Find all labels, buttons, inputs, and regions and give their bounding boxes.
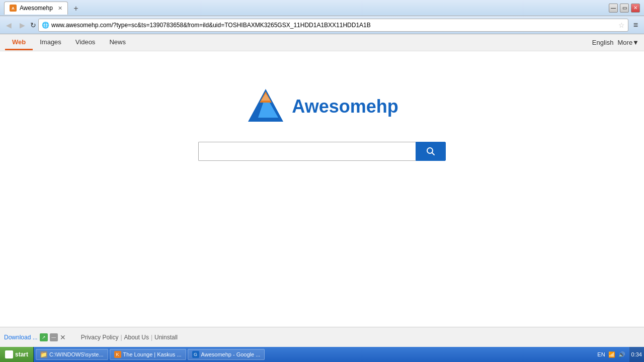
taskbar-item-label-1: C:\WINDOWS\syste...	[49, 351, 104, 357]
privacy-policy-link[interactable]: Privacy Policy	[81, 334, 119, 341]
uninstall-link[interactable]: Uninstall	[154, 334, 178, 341]
tab-web[interactable]: Web	[5, 35, 33, 50]
close-button[interactable]: ✕	[631, 4, 640, 13]
forward-button[interactable]: ▶	[17, 20, 28, 30]
download-bar: Download ... ↗ — ✕ Privacy Policy | Abou…	[0, 327, 644, 347]
windows-icon	[5, 350, 13, 358]
about-us-link[interactable]: About Us	[124, 334, 149, 341]
download-expand-icon[interactable]: ↗	[40, 333, 48, 341]
search-box-container	[198, 142, 446, 161]
search-tabs-bar: Web Images Videos News English More▼	[0, 34, 644, 51]
logo-container: Awesomehp	[246, 86, 398, 127]
taskbar-item-chrome[interactable]: G Awesomehp - Google ...	[188, 349, 265, 360]
navigation-bar: ◀ ▶ ↻ 🌐 ☆ ≡	[0, 16, 644, 34]
download-filename[interactable]: Download ...	[4, 334, 38, 341]
tab-title: Awesomehp	[20, 5, 53, 12]
minimize-button[interactable]: —	[609, 4, 618, 13]
main-content: Awesomehp	[0, 51, 644, 161]
tab-bar: A Awesomehp ✕ +	[4, 2, 605, 15]
restore-button[interactable]: ▭	[620, 4, 629, 13]
clock-time: 0:34	[631, 351, 642, 358]
tab-favicon: A	[10, 5, 17, 12]
browser-tab[interactable]: A Awesomehp ✕	[4, 2, 68, 15]
window-controls: — ▭ ✕	[609, 4, 640, 13]
taskbar-system-tray: EN 📶 🔊	[593, 351, 629, 358]
search-button[interactable]	[416, 142, 446, 161]
footer-links: Privacy Policy | About Us | Uninstall	[81, 334, 178, 341]
taskbar-item-kaskus[interactable]: K The Lounge | Kaskus ...	[110, 349, 186, 360]
address-bar-container: 🌐 ☆	[38, 19, 628, 32]
windows-explorer-icon: 📁	[40, 351, 47, 358]
refresh-button[interactable]: ↻	[30, 21, 36, 29]
more-button[interactable]: More▼	[618, 39, 639, 46]
chrome-icon: G	[192, 351, 199, 358]
sep1: |	[120, 334, 122, 341]
tab-images[interactable]: Images	[33, 35, 68, 50]
taskbar-item-label-2: The Lounge | Kaskus ...	[123, 351, 182, 357]
address-bar[interactable]	[51, 22, 616, 29]
kaskus-icon: K	[114, 351, 121, 358]
download-minimize-icon[interactable]: —	[50, 333, 58, 341]
browser-titlebar: A Awesomehp ✕ + — ▭ ✕	[0, 0, 644, 16]
taskbar: start 📁 C:\WINDOWS\syste... K The Lounge…	[0, 347, 644, 362]
back-button[interactable]: ◀	[3, 20, 15, 30]
tab-close-button[interactable]: ✕	[58, 5, 62, 12]
security-icon: 🌐	[42, 22, 49, 29]
network-icon: 📶	[608, 351, 615, 358]
download-item: Download ... ↗ — ✕	[4, 333, 68, 341]
svg-line-5	[432, 153, 435, 155]
sep2: |	[151, 334, 152, 341]
language-area: English More▼	[592, 39, 639, 46]
new-tab-button[interactable]: +	[70, 3, 82, 15]
tab-news[interactable]: News	[102, 35, 133, 50]
start-label: start	[15, 351, 28, 358]
browser-menu-button[interactable]: ≡	[630, 20, 641, 31]
volume-icon: 🔊	[618, 351, 625, 358]
logo-text: Awesomehp	[292, 96, 398, 117]
tab-videos[interactable]: Videos	[68, 35, 103, 50]
logo-icon	[246, 86, 286, 127]
system-clock: 0:34	[629, 347, 644, 362]
taskbar-item-windows-explorer[interactable]: 📁 C:\WINDOWS\syste...	[36, 349, 108, 360]
download-close-icon[interactable]: ✕	[60, 333, 66, 341]
search-input[interactable]	[198, 142, 416, 161]
language-indicator: EN	[597, 351, 605, 357]
search-icon	[426, 146, 436, 156]
language-selector[interactable]: English	[592, 39, 614, 46]
bookmark-icon[interactable]: ☆	[618, 21, 625, 29]
start-button[interactable]: start	[0, 347, 34, 362]
taskbar-item-label-3: Awesomehp - Google ...	[201, 351, 261, 357]
taskbar-items: 📁 C:\WINDOWS\syste... K The Lounge | Kas…	[34, 349, 593, 360]
